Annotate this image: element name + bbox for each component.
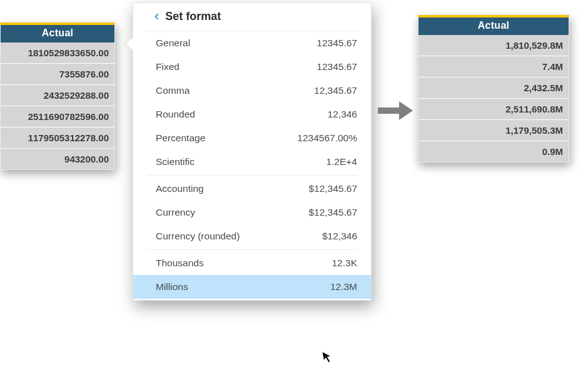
cursor-icon xyxy=(322,349,335,368)
cell-value: 1810529833650.00 xyxy=(28,48,109,58)
before-table-header: Actual xyxy=(1,25,114,42)
cell-value: 1,810,529.8M xyxy=(505,40,563,51)
format-option-sample: 1.2E+4 xyxy=(326,156,357,168)
before-table: Actual 1810529833650.007355876.002432529… xyxy=(0,22,115,170)
table-row[interactable]: 1179505312278.00 xyxy=(1,128,114,149)
format-option[interactable]: Rounded12,346 xyxy=(133,102,371,126)
table-row[interactable]: 2432529288.00 xyxy=(1,85,114,106)
arrow-icon xyxy=(378,100,413,121)
format-option[interactable]: Scientific1.2E+4 xyxy=(133,150,371,174)
format-option-sample: $12,346 xyxy=(322,231,357,242)
table-row[interactable]: 7.4M xyxy=(418,56,569,78)
format-list: General12345.67Fixed12345.67Comma12,345.… xyxy=(133,31,371,299)
cell-value: 1179505312278.00 xyxy=(28,132,109,143)
back-button[interactable]: ‹ xyxy=(153,9,160,23)
format-option[interactable]: Accounting$12,345.67 xyxy=(133,177,371,201)
cell-value: 2511690782596.00 xyxy=(28,111,109,122)
format-option-name: Percentage xyxy=(156,132,205,144)
cell-value: 7355876.00 xyxy=(59,69,109,79)
table-row[interactable]: 2,511,690.8M xyxy=(418,99,569,120)
table-row[interactable]: 0.9M xyxy=(418,141,569,162)
popup-title: Set format xyxy=(165,10,221,23)
format-option-sample: 1234567.00% xyxy=(297,132,357,144)
format-option[interactable]: Currency (rounded)$12,346 xyxy=(133,224,371,248)
cell-value: 1,179,505.3M xyxy=(505,125,563,136)
cell-value: 7.4M xyxy=(542,61,563,72)
format-option-sample: 12345.67 xyxy=(317,38,357,49)
svg-marker-1 xyxy=(399,101,413,120)
format-option-name: Scientific xyxy=(156,156,195,168)
format-option-name: Rounded xyxy=(156,109,195,120)
table-row[interactable]: 1,810,529.8M xyxy=(418,35,569,56)
format-option-name: Thousands xyxy=(156,258,204,269)
cell-value: 943200.00 xyxy=(64,154,109,164)
table-row[interactable]: 2,432.5M xyxy=(418,78,569,99)
format-option[interactable]: Thousands12.3K xyxy=(133,251,371,275)
format-option-sample: 12345.67 xyxy=(317,61,357,72)
format-option[interactable]: General12345.67 xyxy=(133,31,371,55)
separator xyxy=(147,249,357,250)
set-format-popup: ‹ Set format General12345.67Fixed12345.6… xyxy=(133,2,372,301)
after-table: Actual 1,810,529.8M7.4M2,432.5M2,511,690… xyxy=(418,15,569,162)
format-option-sample: 12.3K xyxy=(332,258,357,269)
format-option-name: Fixed xyxy=(156,61,180,72)
cell-value: 2432529288.00 xyxy=(44,90,109,101)
format-option-name: Currency xyxy=(156,207,195,218)
format-option-name: Comma xyxy=(156,85,190,96)
cell-value: 2,432.5M xyxy=(524,82,563,93)
cell-value: 0.9M xyxy=(542,146,563,157)
table-row[interactable]: 943200.00 xyxy=(1,149,114,169)
svg-rect-0 xyxy=(378,108,399,114)
format-option-name: Millions xyxy=(156,281,188,292)
separator xyxy=(147,175,357,176)
format-option-sample: $12,345.67 xyxy=(308,207,357,218)
format-option[interactable]: Fixed12345.67 xyxy=(133,55,371,79)
format-option-sample: 12,346 xyxy=(328,109,357,120)
table-row[interactable]: 2511690782596.00 xyxy=(1,106,114,128)
format-option[interactable]: Percentage1234567.00% xyxy=(133,126,371,150)
format-option-name: Accounting xyxy=(156,183,204,194)
format-option-name: Currency (rounded) xyxy=(156,231,240,242)
format-option[interactable]: Millions12.3M xyxy=(133,275,371,299)
format-option[interactable]: Currency$12,345.67 xyxy=(133,201,371,224)
format-option-sample: $12,345.67 xyxy=(308,183,357,194)
table-row[interactable]: 1810529833650.00 xyxy=(1,42,114,64)
format-option-name: General xyxy=(156,38,190,49)
after-table-header: Actual xyxy=(418,18,569,35)
table-row[interactable]: 7355876.00 xyxy=(1,64,114,85)
format-option-sample: 12.3M xyxy=(330,281,357,292)
table-row[interactable]: 1,179,505.3M xyxy=(418,120,569,141)
format-option[interactable]: Comma12,345.67 xyxy=(133,79,371,102)
cell-value: 2,511,690.8M xyxy=(505,104,563,114)
format-option-sample: 12,345.67 xyxy=(314,85,357,96)
